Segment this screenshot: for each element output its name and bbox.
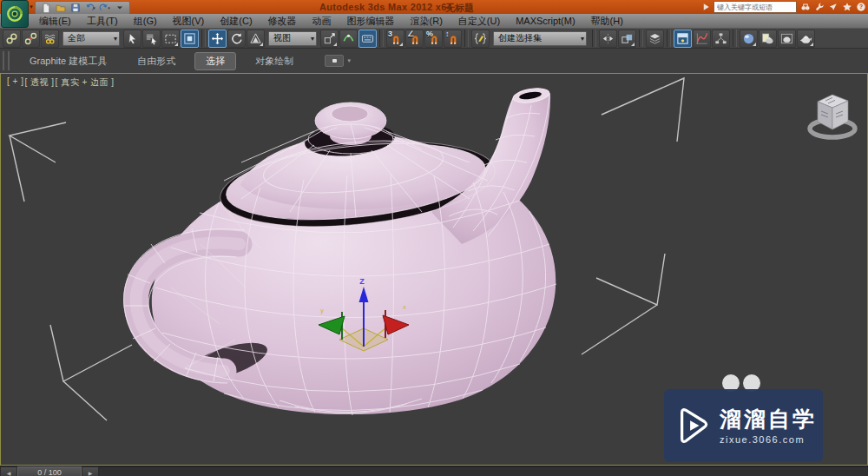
select-and-manipulate-button[interactable] [339, 30, 358, 48]
viewport-menu-general[interactable]: [ + ] [7, 76, 23, 89]
main-toolbar: 全部▾视图▾3∠%↕创建选择集▾ [0, 28, 868, 49]
menu-item-5[interactable]: 修改器 [260, 15, 305, 28]
menu-item-6[interactable]: 动画 [305, 15, 339, 28]
select-and-link-button[interactable] [3, 30, 21, 48]
application-menu-caret-icon[interactable]: ▼ [29, 4, 34, 10]
menu-item-3[interactable]: 视图(V) [165, 15, 213, 28]
search-binoculars-icon[interactable] [799, 2, 811, 13]
toolbar-separator [201, 30, 206, 47]
align-button[interactable] [618, 30, 636, 48]
render-setup-button[interactable] [759, 30, 777, 48]
viewport-menu-view[interactable]: [ 透视 ] [24, 76, 54, 89]
quick-access-toolbar: ▾▾ [35, 1, 130, 15]
toolbar-separator [733, 30, 737, 47]
keyboard-shortcut-override-toggle[interactable] [358, 30, 377, 48]
named-selection-sets-dropdown[interactable]: 创建选择集▾ [493, 31, 587, 46]
3dsmax-logo-icon [5, 4, 24, 23]
quick-access-overflow-button[interactable] [113, 3, 126, 14]
spinner-snap-toggle[interactable]: ↕ [444, 30, 462, 48]
save-file-button[interactable] [69, 3, 82, 14]
bind-to-space-warp-button[interactable] [41, 30, 59, 48]
graphite-modeling-tools-toggle[interactable] [674, 30, 692, 48]
ribbon-tab-3[interactable]: 对象绘制 [244, 52, 305, 70]
communication-center-icon[interactable] [827, 2, 838, 13]
undo-button[interactable]: ▾ [83, 3, 96, 14]
viewport-label: [ + ] [ 透视 ] [ 真实 + 边面 ] [7, 76, 115, 89]
toolbar-separator [379, 30, 384, 47]
infocenter: ? [700, 1, 866, 13]
next-frame-button[interactable]: ▶ [82, 466, 99, 476]
menu-item-1[interactable]: 工具(T) [79, 15, 126, 28]
toolbar-separator [639, 30, 643, 47]
use-pivot-point-center-button[interactable] [320, 30, 339, 48]
time-slider-track[interactable] [99, 466, 868, 476]
menu-item-7[interactable]: 图形编辑器 [339, 15, 403, 28]
ribbon-tab-2[interactable]: 选择 [194, 52, 236, 70]
app-title: Autodesk 3ds Max 2012 x64 [319, 2, 452, 12]
reference-coordinate-system-dropdown[interactable]: 视图▾ [268, 31, 317, 46]
selection-region-button[interactable] [161, 30, 180, 48]
select-by-name-button[interactable] [142, 30, 161, 48]
select-object-button[interactable] [123, 30, 141, 48]
svg-text:?: ? [858, 3, 862, 10]
toolbar-separator [592, 30, 596, 47]
schematic-view-button[interactable] [712, 30, 730, 48]
document-title: 无标题 [445, 2, 474, 15]
toolbar-separator [667, 30, 671, 47]
percent-snap-toggle[interactable]: % [424, 30, 443, 48]
selection-filter-dropdown[interactable]: 全部▾ [62, 31, 120, 46]
render-production-button[interactable] [797, 30, 815, 48]
application-menu-button[interactable] [1, 0, 29, 28]
previous-frame-button[interactable]: ◀ [0, 466, 17, 476]
menu-item-4[interactable]: 创建(C) [212, 15, 260, 28]
menu-item-10[interactable]: MAXScript(M) [508, 16, 582, 26]
ribbon-minimize-caret-icon[interactable]: ▼ [346, 58, 352, 63]
redo-button[interactable]: ▾ [98, 3, 111, 14]
new-scene-button[interactable] [39, 3, 52, 14]
angle-snap-toggle[interactable]: ∠ [405, 30, 424, 48]
ribbon-minimize-button[interactable] [325, 55, 344, 67]
watermark-url: zixue.3066.com [720, 434, 817, 445]
open-file-button[interactable] [54, 3, 67, 14]
menu-item-8[interactable]: 渲染(R) [403, 15, 450, 28]
time-slider: ◀ 0 / 100 ▶ [0, 466, 868, 476]
title-bar: Autodesk 3ds Max 2012 x64 无标题 ? [0, 0, 868, 14]
ribbon-minimize-icon [332, 59, 337, 63]
ribbon-grip-handle[interactable] [3, 51, 10, 70]
watermark: 溜溜自学 zixue.3066.com [664, 389, 823, 462]
unlink-selection-button[interactable] [22, 30, 40, 48]
viewport-menu-shading[interactable]: [ 真实 + 边面 ] [56, 76, 115, 89]
subscription-center-icon[interactable] [813, 2, 825, 13]
help-icon[interactable]: ? [855, 2, 866, 13]
snaps-toggle-button[interactable]: 3 [386, 30, 404, 48]
watermark-play-icon [676, 406, 709, 446]
toolbar-separator [464, 30, 469, 47]
ribbon-tab-1[interactable]: 自由形式 [126, 52, 187, 70]
curve-editor-button[interactable] [693, 30, 711, 48]
select-and-scale-button[interactable] [247, 30, 265, 48]
time-slider-thumb[interactable]: 0 / 100 [17, 466, 82, 476]
rendered-frame-window-button[interactable] [778, 30, 796, 48]
edit-named-selection-sets-button[interactable] [471, 30, 490, 48]
menu-bar: 编辑(E)工具(T)组(G)视图(V)创建(C)修改器动画图形编辑器渲染(R)自… [0, 14, 868, 28]
infocenter-search-input[interactable] [713, 1, 797, 13]
infocenter-expand-icon[interactable] [700, 2, 711, 13]
menu-item-9[interactable]: 自定义(U) [450, 15, 508, 28]
menu-item-2[interactable]: 组(G) [126, 15, 165, 28]
material-editor-button[interactable] [740, 30, 758, 48]
mirror-button[interactable] [599, 30, 617, 48]
menu-item-11[interactable]: 帮助(H) [583, 15, 631, 28]
favorites-icon[interactable] [841, 2, 852, 13]
menu-item-0[interactable]: 编辑(E) [31, 15, 79, 28]
3dsmax-window: Autodesk 3ds Max 2012 x64 无标题 ? ▼ ▾▾ 编辑(… [0, 0, 868, 476]
ribbon-tab-0[interactable]: Graphite 建模工具 [18, 52, 118, 70]
ribbon-tab-bar: Graphite 建模工具自由形式选择对象绘制 ▼ [0, 49, 868, 73]
select-and-rotate-button[interactable] [227, 30, 246, 48]
watermark-title: 溜溜自学 [720, 407, 817, 431]
layer-manager-button[interactable] [646, 30, 664, 48]
window-crossing-toggle[interactable] [181, 30, 199, 48]
select-and-move-button[interactable] [208, 30, 227, 48]
